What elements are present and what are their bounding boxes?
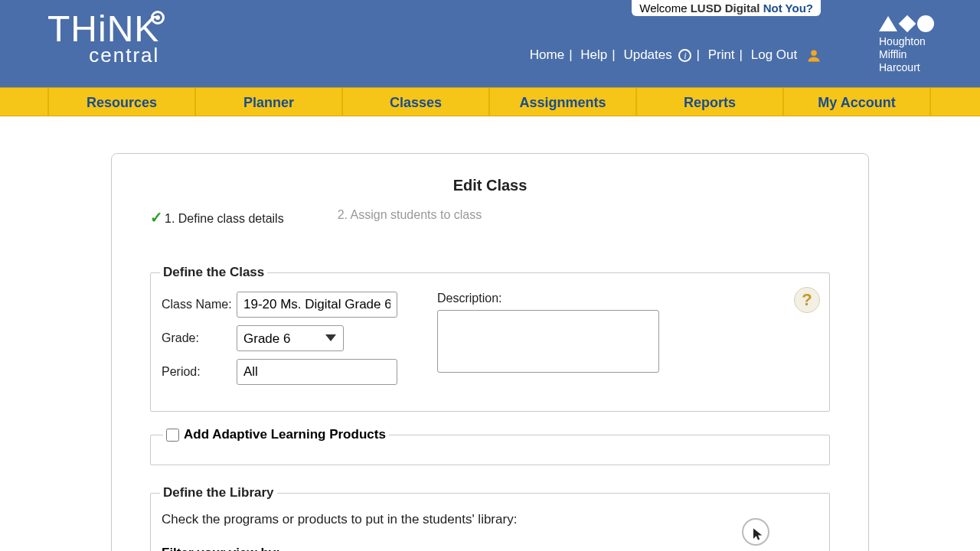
step-1[interactable]: ✓1. Define class details (150, 208, 284, 227)
logo[interactable]: THiNK central (47, 8, 159, 67)
logout-link[interactable]: Log Out (751, 47, 798, 62)
svg-point-0 (811, 50, 817, 56)
class-name-input[interactable] (237, 292, 397, 318)
nav-classes[interactable]: Classes (343, 88, 490, 116)
description-label: Description: (437, 292, 818, 305)
nav-assignments[interactable]: Assignments (490, 88, 637, 116)
help-link[interactable]: Help (580, 47, 607, 62)
publisher-shapes-icon (879, 15, 934, 32)
info-icon[interactable]: i (678, 49, 691, 62)
legend-define-class: Define the Class (160, 265, 267, 280)
updates-link[interactable]: Updates (623, 47, 671, 62)
header: THiNK central Welcome LUSD Digital Not Y… (0, 0, 980, 87)
wizard-steps: ✓1. Define class details 2. Assign stude… (150, 208, 830, 227)
library-intro: Check the programs or products to put in… (162, 512, 818, 527)
nav-spacer (931, 88, 980, 116)
not-you-link[interactable]: Not You? (763, 2, 813, 15)
grade-label: Grade: (162, 331, 237, 345)
page-title: Edit Class (150, 177, 830, 194)
period-label: Period: (162, 365, 237, 379)
description-textarea[interactable] (437, 310, 659, 373)
publisher-line2: Mifflin (879, 48, 934, 61)
nav-myaccount[interactable]: My Account (784, 88, 931, 116)
class-name-label: Class Name: (162, 298, 237, 311)
top-links: Home| Help| Updates i| Print| Log Out (530, 47, 821, 63)
nav-planner[interactable]: Planner (196, 88, 343, 116)
publisher-logo: Houghton Mifflin Harcourt (879, 15, 934, 73)
welcome-box: Welcome LUSD Digital Not You? (632, 0, 821, 16)
nav-bar: Resources Planner Classes Assignments Re… (0, 87, 980, 116)
filter-label: Filter your view by: (162, 546, 818, 551)
check-icon: ✓ (150, 209, 163, 226)
nav-reports[interactable]: Reports (637, 88, 784, 116)
publisher-line3: Harcourt (879, 61, 934, 74)
grade-select[interactable]: Grade 6 (237, 325, 344, 351)
help-button[interactable]: ? (794, 287, 820, 313)
welcome-user: LUSD Digital (691, 2, 760, 15)
home-link[interactable]: Home (530, 47, 564, 62)
legend-library: Define the Library (160, 485, 277, 500)
period-input[interactable] (237, 359, 397, 385)
nav-spacer (0, 88, 49, 116)
welcome-prefix: Welcome (639, 2, 690, 15)
adaptive-label: Add Adaptive Learning Products (184, 427, 386, 442)
print-link[interactable]: Print (708, 47, 735, 62)
step-2[interactable]: 2. Assign students to class (338, 208, 482, 227)
logo-dot-icon (151, 11, 165, 24)
fieldset-library: Define the Library Check the programs or… (150, 493, 830, 551)
nav-resources[interactable]: Resources (49, 88, 196, 116)
step-1-label: 1. Define class details (165, 212, 284, 225)
panel-edit-class: Edit Class ✓1. Define class details 2. A… (111, 153, 869, 551)
publisher-line1: Houghton (879, 35, 934, 48)
content: Edit Class ✓1. Define class details 2. A… (0, 116, 980, 551)
person-icon[interactable] (807, 49, 821, 63)
adaptive-checkbox[interactable] (166, 429, 179, 442)
fieldset-define-class: Define the Class ? Class Name: Grade: Gr… (150, 272, 830, 412)
fieldset-adaptive: Add Adaptive Learning Products (150, 435, 830, 465)
